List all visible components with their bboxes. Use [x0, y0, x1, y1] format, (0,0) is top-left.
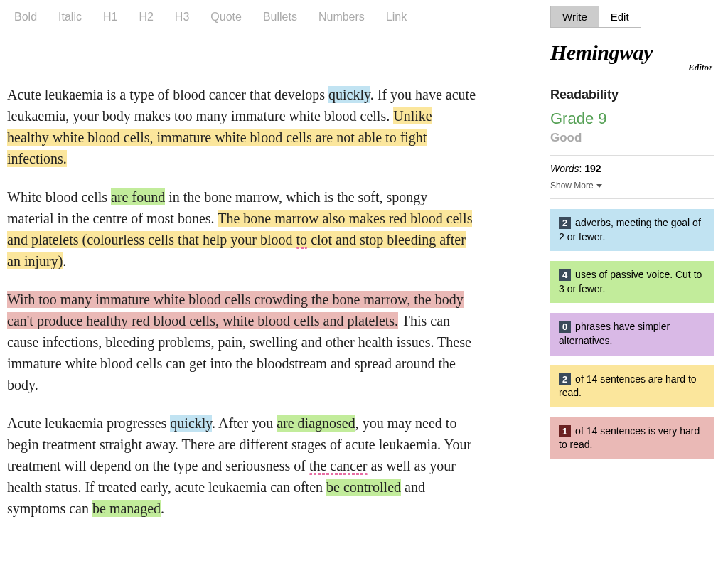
stat-adverb: 2 adverbs, meeting the goal of 2 or fewe…: [550, 209, 714, 251]
stat-passive: 4 uses of passive voice. Cut to 3 or few…: [550, 261, 714, 303]
paragraph[interactable]: Acute leukaemia progresses quickly. Afte…: [7, 412, 476, 519]
link-button[interactable]: Link: [386, 11, 407, 23]
write-mode-button[interactable]: Write: [551, 6, 599, 27]
h1-button[interactable]: H1: [103, 11, 117, 23]
numbers-button[interactable]: Numbers: [318, 11, 365, 23]
paragraph[interactable]: With too many immature white blood cells…: [7, 289, 476, 395]
readability-grade: Grade 9: [550, 110, 714, 128]
passive-voice-highlight: are found: [111, 188, 165, 205]
stat-phrase: 0 phrases have simpler alternatives.: [550, 313, 714, 355]
edit-mode-button[interactable]: Edit: [599, 6, 641, 27]
stat-hard: 2 of 14 sentences are hard to read.: [550, 365, 714, 407]
bullets-button[interactable]: Bullets: [263, 11, 297, 23]
adverb-highlight: quickly: [328, 86, 370, 103]
count-badge: 2: [559, 373, 571, 385]
bold-button[interactable]: Bold: [14, 11, 37, 23]
divider: [550, 155, 714, 156]
word-count: Words: 192: [550, 163, 714, 174]
mode-toggle: Write Edit: [550, 6, 641, 28]
count-badge: 1: [559, 425, 571, 437]
passive-voice-highlight: be controlled: [326, 479, 401, 496]
h3-button[interactable]: H3: [175, 11, 189, 23]
suggestion-underline: to: [296, 232, 308, 247]
passive-voice-highlight: be managed: [92, 500, 161, 517]
count-badge: 0: [559, 321, 571, 333]
caret-down-icon: [596, 184, 602, 188]
readability-heading: Readability: [550, 87, 714, 102]
show-more-button[interactable]: Show More: [550, 181, 602, 191]
editor-content[interactable]: Acute leukaemia is a type of blood cance…: [0, 34, 483, 543]
readability-quality: Good: [550, 131, 714, 145]
italic-button[interactable]: Italic: [58, 11, 82, 23]
suggestion-underline: the cancer: [309, 458, 368, 474]
sidebar: Write Edit Hemingway Editor Readability …: [550, 6, 714, 459]
count-badge: 4: [559, 269, 571, 281]
stat-veryhard: 1 of 14 sentences is very hard to read.: [550, 417, 714, 459]
passive-voice-highlight: are diagnosed: [277, 415, 355, 432]
logo: Hemingway: [550, 41, 714, 65]
divider: [550, 198, 714, 199]
paragraph[interactable]: Acute leukaemia is a type of blood cance…: [7, 84, 476, 169]
adverb-highlight: quickly: [170, 415, 212, 432]
paragraph[interactable]: White blood cells are found in the bone …: [7, 186, 476, 272]
h2-button[interactable]: H2: [139, 11, 153, 23]
quote-button[interactable]: Quote: [210, 11, 242, 23]
very-hard-sentence-highlight: With too many immature white blood cells…: [7, 291, 464, 329]
count-badge: 2: [559, 217, 571, 229]
